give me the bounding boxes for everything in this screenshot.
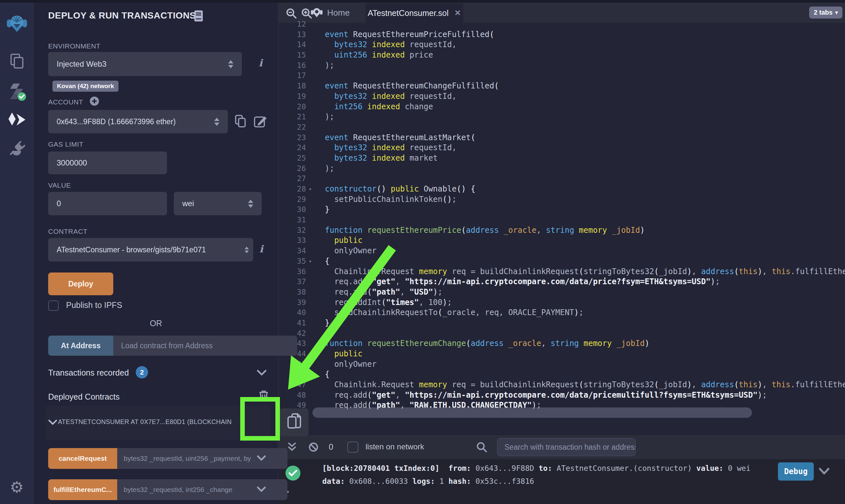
code-line[interactable]: 27 [278,174,845,184]
tx-success-icon [286,466,300,481]
deploy-button[interactable]: Deploy [48,272,113,295]
contract-info-icon[interactable]: i [259,243,263,255]
publish-ipfs-checkbox[interactable] [48,301,58,311]
code-line[interactable]: 48 req.add("get", "https://min-api.crypt… [278,390,845,401]
code-line[interactable]: 18event RequestEthereumChangeFulfilled( [278,81,845,91]
code-line[interactable]: 42 [278,328,845,339]
code-line[interactable]: 17 [278,71,845,81]
tabs-overflow-badge[interactable]: 2 tabs ▾ [809,6,842,19]
fold-marker-icon[interactable]: ▾ [306,256,314,267]
code-line[interactable]: 44 public [278,349,845,359]
code-line[interactable]: 43function requestEthereumChange(address… [278,339,845,349]
line-number: 17 [278,71,306,81]
code-line[interactable]: 13event RequestEthereumPriceFulfilled( [278,30,845,40]
add-account-icon[interactable] [89,96,99,106]
code-line[interactable]: 29 setPublicChainlinkToken(); [278,195,845,205]
sidebar-item-deploy-run[interactable] [0,112,34,127]
fold-marker-icon[interactable]: ▾ [306,184,314,195]
remix-ide-window: ⚙ DEPLOY & RUN TRANSACTIONS ENVIRONMENT … [0,0,845,504]
fulfill-ethereum-label: fulfillEthereumC... [53,486,112,493]
line-number: 23 [278,133,306,143]
code-line[interactable]: 31 [278,215,845,225]
code-line[interactable]: 19 bytes32 indexed requestId, [278,91,845,102]
value-input[interactable]: 0 [48,192,167,215]
code-line[interactable]: 26); [278,164,845,174]
fold-spacer [306,91,314,102]
code-line[interactable]: 36 Chainlink.Request memory req = buildC… [278,267,845,277]
code-line[interactable]: 45 onlyOwner [278,359,845,370]
code-line[interactable]: 40 sendChainlinkRequestTo(_oracle, req, … [278,308,845,318]
code-text [314,71,325,81]
environment-select[interactable]: Injected Web3 [48,52,242,76]
docs-icon[interactable] [194,10,205,23]
code-line[interactable]: 41} [278,318,845,328]
code-editor[interactable]: 1213event RequestEthereumPriceFulfilled(… [278,19,845,425]
listen-network-checkbox[interactable] [347,442,358,453]
transaction-log[interactable]: [block:20780401 txIndex:0] from: 0x643..… [322,462,751,488]
zoom-out-icon[interactable] [286,8,297,19]
code-line[interactable]: 15 uint256 indexed price [278,50,845,60]
fulfill-ethereum-args: bytes32 _requestId, int256 _change [124,486,232,493]
line-number: 21 [278,112,306,122]
code-line[interactable]: 34 onlyOwner [278,246,845,256]
terminal-expand-icon[interactable] [288,442,296,452]
fold-spacer [306,359,314,370]
fulfill-ethereum-button[interactable]: fulfillEthereumC... [48,479,117,500]
cancel-request-button[interactable]: cancelRequest [48,448,117,469]
sidebar-item-plugin-manager[interactable] [0,139,34,157]
code-line[interactable]: 28▾constructor() public Ownable() { [278,184,845,195]
at-address-button[interactable]: At Address [48,336,113,356]
code-line[interactable]: 33 public [278,235,845,246]
code-line[interactable]: 25 bytes32 indexed market [278,153,845,164]
value-unit-select[interactable]: wei [174,192,262,215]
code-text: bytes32 indexed requestId, [314,91,457,102]
code-line[interactable]: 30} [278,204,845,215]
code-text: ); [314,164,334,174]
code-line[interactable]: 32function requestEthereumPrice(address … [278,225,845,236]
sidebar-item-solidity-compiler[interactable] [0,82,34,102]
account-select[interactable]: 0x643...9F88D (1.666673996 ether) [48,110,228,133]
zoom-in-icon[interactable] [301,8,312,19]
fulfill-ethereum-expand-icon[interactable] [257,486,266,492]
code-line[interactable]: 38 req.add("path", "USD"); [278,287,845,298]
at-address-input[interactable]: Load contract from Address [113,336,297,356]
contract-select[interactable]: ATestnetConsumer - browser/gists/9b71e07… [48,238,253,262]
code-line[interactable]: 16); [278,60,845,71]
line-number: 36 [278,267,306,277]
gas-limit-input[interactable]: 3000000 [48,151,167,174]
code-line[interactable]: 37 req.add("get", "https://min-api.crypt… [278,277,845,287]
cancel-request-expand-icon[interactable] [257,455,266,462]
trash-icon[interactable] [258,390,269,402]
value-unit: wei [182,199,194,208]
instance-chevron-down-icon[interactable] [49,419,57,425]
fold-spacer [306,60,314,71]
horizontal-scrollbar[interactable] [312,408,752,418]
code-line[interactable]: 24 bytes32 indexed requestId, [278,143,845,153]
code-line[interactable]: 22 [278,122,845,133]
code-line[interactable]: 23event RequestEthereumLastMarket( [278,133,845,143]
code-line[interactable]: 20 int256 indexed change [278,102,845,112]
terminal-search-placeholder: Search with transaction hash or address [504,443,636,452]
clear-console-icon[interactable] [308,442,319,452]
copy-instance-address-icon[interactable] [287,413,303,432]
code-line[interactable]: 47 Chainlink.Request memory req = buildC… [278,380,845,390]
code-line[interactable]: 39 req.addInt("times", 100); [278,298,845,308]
code-line[interactable]: 14 bytes32 indexed requestId, [278,40,845,50]
code-line[interactable]: 35▾{ [278,256,845,267]
code-line[interactable]: 12 [278,19,845,30]
remix-logo-icon[interactable] [0,13,34,34]
fold-spacer [306,164,314,174]
tab-close-icon[interactable]: ✕ [454,8,461,18]
edit-account-icon[interactable] [254,114,267,128]
code-line[interactable]: 46{ [278,370,845,380]
debug-button[interactable]: Debug [778,462,814,481]
code-line[interactable]: 21); [278,112,845,122]
environment-info-icon[interactable]: i [259,57,262,69]
log-chevron-down-icon[interactable] [818,468,830,475]
transactions-chevron-down-icon[interactable] [257,370,266,376]
line-number: 14 [278,40,306,50]
terminal-search-input[interactable]: Search with transaction hash or address [497,438,636,456]
settings-gear-icon[interactable]: ⚙ [0,478,34,496]
copy-account-icon[interactable] [235,114,247,128]
sidebar-item-file-explorer[interactable] [0,53,34,70]
